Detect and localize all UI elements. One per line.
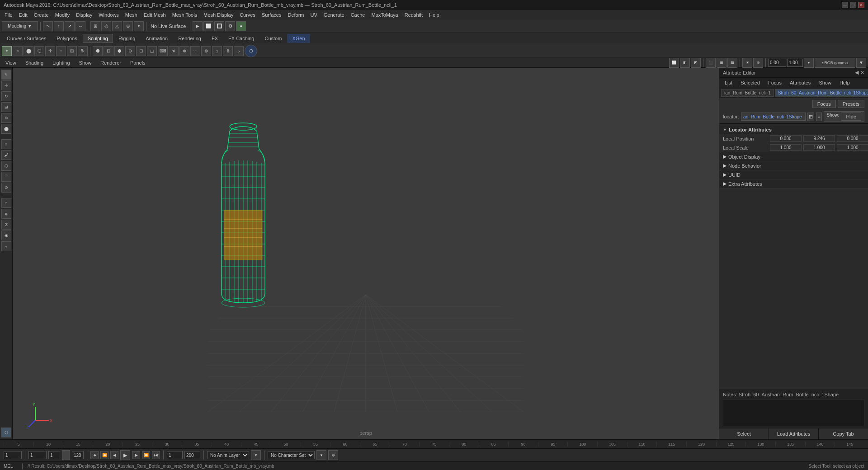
joint-tool[interactable]: ⊙ (1, 183, 11, 193)
render-btn-3[interactable]: 🔳 (214, 21, 224, 31)
sculpt-tool[interactable]: ⬡ (1, 161, 11, 171)
view-disp-3[interactable]: ▩ (727, 58, 737, 68)
icon-scale[interactable]: ⊞ (67, 46, 77, 56)
menu-item-file[interactable]: File (2, 11, 15, 19)
next-key-btn[interactable]: ⏩ (142, 451, 150, 459)
view-cam-btn-1[interactable]: ⬜ (669, 58, 679, 68)
menu-item-modify[interactable]: Modify (52, 11, 72, 19)
minimize-btn[interactable]: — (842, 2, 848, 8)
attr-tab-selected[interactable]: Selected (737, 79, 764, 86)
extra-tool-2[interactable]: ◈ (1, 209, 11, 219)
local-scale-y[interactable] (803, 144, 835, 151)
menu-item-surfaces[interactable]: Surfaces (259, 11, 284, 19)
extra-tool-5[interactable]: ⬦ (1, 241, 11, 251)
node-behavior-header[interactable]: ▶ Node Behavior (719, 161, 868, 170)
menu-item-maxtomaya[interactable]: MaxToMaya (368, 11, 401, 19)
snap-btn-2[interactable]: ◎ (101, 21, 111, 31)
icon-uv[interactable]: ⌨ (158, 46, 168, 56)
icon-reflect[interactable]: ⋯ (190, 46, 200, 56)
tab-custom[interactable]: Custom (260, 34, 287, 43)
nav-cube[interactable]: ⬡ (1, 428, 11, 437)
render-btn-2[interactable]: ⬜ (203, 21, 213, 31)
char-set-settings[interactable]: ⚙ (328, 450, 338, 460)
select-tool[interactable]: ↖ (1, 70, 11, 80)
view-light-1[interactable]: ☀ (742, 58, 752, 68)
snap-btn-4[interactable]: ⊕ (123, 21, 133, 31)
snap-btn-5[interactable]: ✦ (134, 21, 144, 31)
go-end-btn[interactable]: ⏭ (152, 451, 160, 459)
soft-sel[interactable]: ⬤ (1, 124, 11, 134)
icon-lasso[interactable]: ○ (13, 46, 23, 56)
menu-item-redshift[interactable]: Redshift (402, 11, 425, 19)
tab-sculpting[interactable]: Sculpting (83, 34, 113, 43)
snap-btn-1[interactable]: ⊞ (90, 21, 100, 31)
icon-sym[interactable]: ⊗ (201, 46, 211, 56)
attr-tab-list[interactable]: List (721, 79, 736, 86)
go-start-btn[interactable]: ⏮ (90, 451, 99, 459)
view-tab-lighting[interactable]: Lighting (49, 59, 74, 66)
char-set-dropdown[interactable]: No Character Set (268, 451, 315, 459)
range-end-input[interactable] (184, 451, 200, 459)
menu-item-uv[interactable]: UV (307, 11, 320, 19)
node-tab-active[interactable]: Stroh_60_Austrian_Rum_Bottle_ncli_1Shape (775, 89, 868, 97)
hide-button[interactable]: Hide (841, 113, 861, 121)
render-btn-5[interactable]: ● (236, 21, 246, 31)
menu-item-mesh-display[interactable]: Mesh Display (201, 11, 236, 19)
tab-rendering[interactable]: Rendering (173, 34, 206, 43)
menu-item-generate[interactable]: Generate (321, 11, 347, 19)
uuid-header[interactable]: ▶ UUID (719, 170, 868, 179)
snap-btn-3[interactable]: △ (112, 21, 122, 31)
focal-length[interactable] (787, 59, 803, 67)
tab-fx[interactable]: FX (207, 34, 223, 43)
menu-item-edit-mesh[interactable]: Edit Mesh (141, 11, 169, 19)
view-disp-1[interactable]: ⬛ (706, 58, 716, 68)
node-tab-prev[interactable]: ian_Rum_Bottle_ncli_1 (721, 89, 774, 97)
menu-item-edit[interactable]: Edit (16, 11, 30, 19)
tool-btn-2[interactable]: ↑ (54, 21, 64, 31)
menu-item-windows[interactable]: Windows (96, 11, 122, 19)
color-space-arrow[interactable]: ▼ (856, 58, 866, 68)
attr-tab-attributes[interactable]: Attributes (786, 79, 814, 86)
local-pos-z[interactable] (837, 135, 868, 142)
icon-extra3[interactable]: ⬦ (234, 46, 244, 56)
char-set-arrow[interactable]: ▼ (316, 450, 326, 460)
anim-layer-arrow[interactable]: ▼ (251, 450, 261, 460)
paint-tool[interactable]: 🖌 (1, 150, 11, 160)
select-button[interactable]: Select (719, 428, 769, 439)
render-btn-4[interactable]: ⚙ (225, 21, 235, 31)
close-btn[interactable]: ✕ (858, 2, 864, 8)
attr-tab-focus[interactable]: Focus (764, 79, 785, 86)
view-light-2[interactable]: ⊙ (753, 58, 763, 68)
camera-value[interactable] (768, 59, 786, 67)
view-tab-show[interactable]: Show (75, 59, 95, 66)
attr-tab-show[interactable]: Show (815, 79, 835, 86)
menu-item-help[interactable]: Help (426, 11, 442, 19)
menu-item-mesh-tools[interactable]: Mesh Tools (170, 11, 200, 19)
view-cam-btn-3[interactable]: ◩ (691, 58, 701, 68)
icon-mesh[interactable]: ⬢ (114, 46, 124, 56)
tab-fx-caching[interactable]: FX Caching (223, 34, 259, 43)
prev-key-btn[interactable]: ⏪ (100, 451, 108, 459)
extra-tool-4[interactable]: ◉ (1, 230, 11, 240)
tool-btn-4[interactable]: ↔ (75, 21, 85, 31)
range-start-input[interactable] (167, 451, 183, 459)
focus-button[interactable]: Focus (812, 100, 836, 108)
icon-xgen[interactable]: ⬡ (245, 45, 257, 57)
title-bar-controls[interactable]: — □ ✕ (842, 2, 864, 8)
locator-input[interactable] (741, 113, 806, 121)
start-frame-input[interactable] (28, 451, 47, 459)
end-range-input[interactable] (72, 451, 84, 459)
lasso-tool[interactable]: ○ (1, 139, 11, 149)
view-tab-renderer[interactable]: Renderer (97, 59, 125, 66)
menu-item-curves[interactable]: Curves (237, 11, 258, 19)
view-tab-view[interactable]: View (2, 59, 20, 66)
icon-move[interactable]: ✛ (45, 46, 55, 56)
menu-item-mesh[interactable]: Mesh (123, 11, 140, 19)
menu-item-create[interactable]: Create (31, 11, 52, 19)
tab-polygons[interactable]: Polygons (52, 34, 82, 43)
time-ruler[interactable]: 5101520253035404550556065707580859095100… (0, 440, 868, 449)
local-scale-x[interactable] (770, 144, 802, 151)
attr-panel-close[interactable]: ✕ (860, 70, 864, 75)
icon-extra1[interactable]: ⌂ (212, 46, 222, 56)
move-tool[interactable]: ✛ (1, 80, 11, 90)
